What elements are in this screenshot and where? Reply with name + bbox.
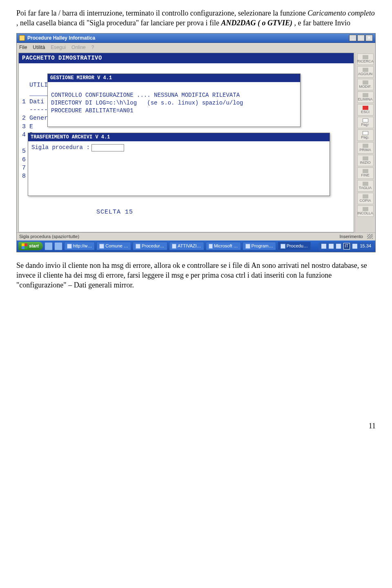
task-icon (209, 244, 213, 249)
bg-blank (22, 74, 26, 80)
tool-prima[interactable]: PRIMA (357, 142, 374, 154)
quicklaunch-desktop-icon[interactable] (54, 242, 62, 250)
intro-part-e: , e far battere Invio (294, 19, 350, 27)
taskbar: start http://w… Comune … Procedur… ATTIV… (17, 241, 375, 252)
tray-icon[interactable] (336, 244, 341, 249)
language-indicator[interactable]: IT (343, 243, 350, 249)
menu-help[interactable]: ? (91, 44, 94, 51)
task-icon (172, 244, 176, 249)
tool-pagedown[interactable]: Pag↓ (357, 129, 374, 141)
system-tray: IT 15.34 (319, 242, 374, 250)
pagedown-icon (363, 131, 368, 135)
right-toolbar: RICERCA AGGIUN MODIF. ELIMINA ESCI Pag↑ … (355, 52, 375, 232)
minimize-button[interactable]: _ (349, 35, 356, 41)
outro-paragraph: Se dando invio il cliente non ha msg di … (16, 261, 376, 290)
quicklaunch-ie-icon[interactable] (45, 242, 53, 250)
tool-ricerca[interactable]: RICERCA (357, 53, 374, 65)
intro-part-d: AND2DAG ( o GTVIE) (221, 19, 292, 27)
menu-online[interactable]: Online (71, 44, 86, 51)
maximize-button[interactable]: □ (357, 35, 365, 41)
task-icon (99, 244, 104, 249)
tool-aggiun[interactable]: AGGIUN (357, 66, 374, 78)
copy-icon (363, 194, 368, 198)
mirror-line2: DIRECTORY DI LOG=c:\h\log (se s.o. linux… (51, 100, 243, 106)
mirror-panel: GESTIONE MIRROR V 4.1 CONTROLLO CONFIGUR… (47, 74, 301, 127)
workspace: PACCHETTO DIMOSTRATIVO UTILITA ________ … (18, 53, 354, 232)
sigla-label: Sigla procedura : (31, 144, 90, 151)
task-attivazi[interactable]: ATTIVAZI… (169, 242, 204, 250)
task-http[interactable]: http://w… (64, 242, 95, 250)
scelta-label: SCELTA 15 (96, 208, 133, 216)
mirror-panel-title: GESTIONE MIRROR V 4.1 (48, 74, 300, 82)
pencil-icon (363, 80, 368, 85)
tool-esci[interactable]: ESCI (357, 104, 374, 116)
intro-paragraph: Poi far fare la / barra di interruzione,… (16, 8, 376, 28)
tool-fine[interactable]: FINE (357, 167, 374, 179)
task-icon (67, 244, 72, 249)
tray-icon[interactable] (352, 244, 357, 249)
end-icon (363, 169, 368, 173)
transfer-panel-title: TRASFERIMENTO ARCHIVI V 4.1 (28, 133, 330, 141)
task-procedu-active[interactable]: Procedu… (278, 242, 311, 250)
plus-icon (363, 68, 368, 72)
menu-file[interactable]: File (19, 44, 27, 51)
menubar: File Utilità Esegui Online ? (17, 43, 375, 52)
titlebar: Procedure Halley Informatica _ □ × (17, 33, 375, 43)
task-icon (245, 244, 250, 249)
paste-icon (363, 207, 368, 211)
windows-logo-icon (22, 243, 27, 249)
trash-icon (363, 93, 368, 97)
clock: 15.34 (360, 243, 371, 249)
tool-elimina[interactable]: ELIMINA (357, 91, 374, 103)
mirror-panel-body: CONTROLLO CONFIGURAZIONE .... NESSUNA MO… (48, 82, 300, 126)
sigla-input[interactable] (91, 144, 124, 151)
tool-modif[interactable]: MODIF. (357, 79, 374, 90)
menu-utilita[interactable]: Utilità (33, 44, 45, 51)
tool-copia[interactable]: COPIA (357, 193, 374, 204)
first-icon (363, 144, 368, 148)
banner: PACCHETTO DIMOSTRATIVO (19, 53, 354, 63)
statusbar: Sigla procedura (spazio=tutte) Inserimen… (17, 232, 375, 241)
task-comune[interactable]: Comune … (96, 242, 131, 250)
menu-esegui[interactable]: Esegui (51, 44, 66, 51)
app-icon (19, 35, 25, 41)
tray-icon[interactable] (321, 244, 326, 249)
intro-part-b: Caricamento completo (307, 9, 374, 17)
task-icon (136, 244, 140, 249)
resize-grip-icon[interactable] (367, 234, 373, 239)
exit-icon (363, 106, 368, 110)
task-microsoft[interactable]: Microsoft … (206, 242, 241, 250)
close-button[interactable]: × (365, 35, 373, 41)
tool-taglia[interactable]: TAGLIA (357, 180, 374, 192)
task-icon (281, 244, 285, 249)
mirror-line3: PROCEDURE ABILITATE=AN01 (51, 107, 134, 114)
intro-part-a: Poi far fare la / barra di interruzione,… (16, 9, 307, 17)
mirror-line1: CONTROLLO CONFIGURAZIONE .... NESSUNA MO… (51, 92, 240, 98)
tool-inizio[interactable]: INIZIO (357, 155, 374, 166)
task-procedur[interactable]: Procedur… (133, 242, 167, 250)
bg-line3: 3 E (22, 123, 33, 130)
task-program[interactable]: Program… (243, 242, 276, 250)
pageup-icon (363, 118, 368, 122)
tray-icon[interactable] (329, 244, 334, 249)
page-number: 11 (16, 421, 376, 431)
tool-pageup[interactable]: Pag↑ (357, 117, 374, 128)
cut-icon (363, 182, 368, 186)
home-icon (363, 156, 368, 160)
window-title: Procedure Halley Informatica (27, 35, 95, 41)
application-window: Procedure Halley Informatica _ □ × File … (16, 33, 376, 252)
start-button[interactable]: start (18, 242, 43, 250)
tool-incolla[interactable]: INCOLLA (357, 205, 374, 217)
status-left: Sigla procedura (spazio=tutte) (19, 234, 79, 240)
intro-part-c: , nella casella bianca di "Sigla procedu… (16, 19, 221, 27)
transfer-panel: TRASFERIMENTO ARCHIVI V 4.1 Sigla proced… (28, 133, 330, 196)
status-right: Inserimento (340, 234, 363, 240)
search-icon (363, 55, 368, 59)
